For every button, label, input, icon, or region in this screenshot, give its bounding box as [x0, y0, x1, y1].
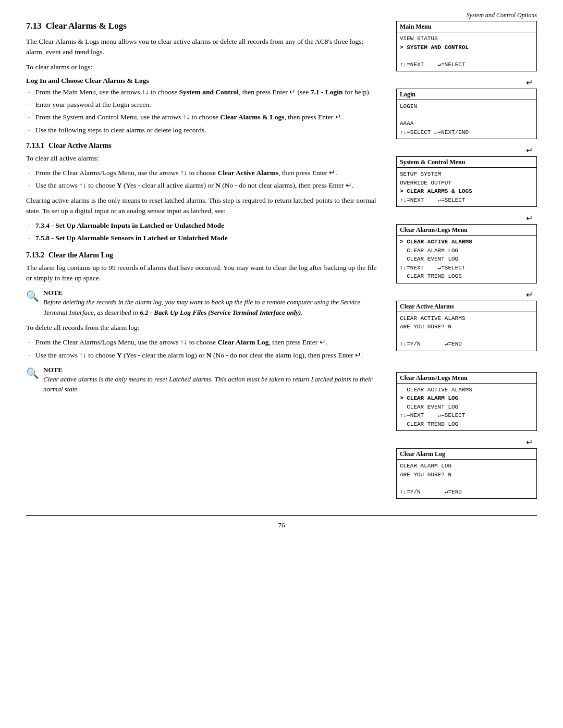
right-column: Main Menu VIEW STATUS > SYSTEM AND CONTR… — [396, 21, 537, 505]
panel-system-control: System & Control Menu SETUP SYSTEM OVERR… — [396, 156, 537, 207]
panel-line: ↑↓=NEXT ↵=SELECT — [400, 196, 533, 205]
panel-line: OVERRIDE OUTPUT — [400, 179, 533, 188]
panel-clear-active-alarms-title: Clear Active Alarms — [397, 301, 536, 312]
list-item: From the Main Menu, use the arrows ↑↓ to… — [26, 87, 381, 97]
page-header: System and Control Options — [467, 11, 537, 19]
list-item: 7.5.8 - Set Up Alarmable Sensors in Latc… — [26, 233, 381, 243]
panel-clear-alarm-log-title: Clear Alarm Log — [397, 449, 536, 460]
panel-clear-alarms-logs-1-body: > CLEAR ACTIVE ALARMS CLEAR ALARM LOG CL… — [397, 236, 536, 283]
list-item: Enter your password at the Login screen. — [26, 100, 381, 110]
left-column: 7.13 Clear Alarms & Logs The Clear Alarm… — [26, 21, 381, 505]
panel-line: LOGIN — [400, 102, 533, 111]
list-item: Use the arrows ↑↓ to choose Y (Yes - cle… — [26, 350, 381, 361]
section-7132-title: 7.13.2 Clear the Alarm Log — [26, 251, 381, 263]
panel-line: > CLEAR ALARM LOG — [400, 394, 533, 403]
list-item: From the System and Control Menu, use th… — [26, 112, 381, 122]
panel-line: ARE YOU SURE? N — [400, 471, 533, 479]
log-in-list: From the Main Menu, use the arrows ↑↓ to… — [26, 87, 381, 135]
note2-text: Clear active alarms is the only means to… — [43, 375, 373, 393]
section-7-13-title: 7.13 Clear Alarms & Logs — [26, 21, 381, 36]
panel-line: CLEAR TREND LOGS — [400, 272, 533, 281]
panel-clear-alarm-log-body: CLEAR ALARM LOG ARE YOU SURE? N ↑↓=Y/N ↵… — [397, 460, 536, 498]
panel-system-control-title: System & Control Menu — [397, 157, 536, 168]
panel-clear-alarms-logs-1-title: Clear Alarms/Logs Menu — [397, 225, 536, 236]
section-7131-title: 7.13.1 Clear Active Alarms — [26, 142, 381, 153]
panel-line: ↑↓=NEXT ↵=SELECT — [400, 411, 533, 420]
list-item: From the Clear Alarms/Logs Menu, use the… — [26, 337, 381, 348]
panel-clear-alarms-logs-2-body: CLEAR ACTIVE ALARMS > CLEAR ALARM LOG CL… — [397, 384, 536, 431]
panel-clear-active-alarms: Clear Active Alarms CLEAR ACTIVE ALARMS … — [396, 301, 537, 351]
log-in-heading: Log In and Choose Clear Alarms & Logs — [26, 77, 381, 85]
panel-login: Login LOGIN AAAA ↑↓=SELECT ↵=NEXT/END — [396, 89, 537, 139]
page-divider — [26, 515, 537, 516]
panel-line: CLEAR ALARM LOG — [400, 462, 533, 471]
note-content-2: NOTE Clear active alarms is the only mea… — [43, 366, 381, 394]
panel-line: CLEAR ACTIVE ALARMS — [400, 386, 533, 394]
panel-line — [400, 331, 533, 340]
panel-clear-alarms-logs-2: Clear Alarms/Logs Menu CLEAR ACTIVE ALAR… — [396, 372, 537, 431]
panel-line: SETUP SYSTEM — [400, 170, 533, 179]
panel-main-menu-title: Main Menu — [397, 21, 536, 32]
panel-line: CLEAR EVENT LOG — [400, 403, 533, 412]
enter-arrow-1: ↵ — [396, 78, 533, 88]
list-item: From the Clear Alarms/Logs Menu, use the… — [26, 168, 381, 178]
panel-line: ↑↓=SELECT ↵=NEXT/END — [400, 128, 533, 137]
enter-arrow-4: ↵ — [396, 290, 533, 300]
section-7131-note: Clearing active alarms is the only means… — [26, 195, 381, 217]
enter-arrow-2: ↵ — [396, 145, 533, 155]
note-content-1: NOTE Before deleting the records in the … — [43, 289, 381, 317]
note-icon-2: 🔍 — [26, 367, 39, 394]
panel-clear-alarms-logs-1: Clear Alarms/Logs Menu > CLEAR ACTIVE AL… — [396, 224, 537, 283]
panel-line — [400, 479, 533, 488]
panel-clear-active-alarms-body: CLEAR ACTIVE ALARMS ARE YOU SURE? N ↑↓=Y… — [397, 312, 536, 351]
page: System and Control Options 7.13 Clear Al… — [0, 0, 563, 728]
panel-clear-alarms-logs-2-title: Clear Alarms/Logs Menu — [397, 373, 536, 384]
panel-line: CLEAR EVENT LOG — [400, 255, 533, 264]
panel-line — [400, 111, 533, 120]
panel-line: CLEAR TREND LOG — [400, 420, 533, 429]
enter-arrow-5: ↵ — [396, 437, 533, 447]
panel-line: ARE YOU SURE? N — [400, 323, 533, 331]
note-box-1: 🔍 NOTE Before deleting the records in th… — [26, 289, 381, 317]
panel-line: ↑↓=Y/N ↵=END — [400, 488, 533, 497]
to-clear-text: To clear alarms or logs: — [26, 62, 381, 72]
list-item: Use the following steps to clear alarms … — [26, 125, 381, 135]
panel-line: CLEAR ALARM LOG — [400, 246, 533, 255]
panel-line — [400, 52, 533, 60]
panel-main-menu: Main Menu VIEW STATUS > SYSTEM AND CONTR… — [396, 21, 537, 71]
panel-line: ↑↓=Y/N ↵=END — [400, 340, 533, 349]
panel-login-body: LOGIN AAAA ↑↓=SELECT ↵=NEXT/END — [397, 100, 536, 139]
panel-line: > SYSTEM AND CONTROL — [400, 43, 533, 52]
to-delete-text: To delete all records from the alarm log… — [26, 323, 381, 333]
section-7131-sub-list: 7.3.4 - Set Up Alarmable Inputs in Latch… — [26, 220, 381, 244]
panel-line: CLEAR ACTIVE ALARMS — [400, 314, 533, 323]
note1-text: Before deleting the records in the alarm… — [43, 298, 361, 316]
note-box-2: 🔍 NOTE Clear active alarms is the only m… — [26, 366, 381, 394]
panel-line: VIEW STATUS — [400, 34, 533, 43]
list-item: Use the arrows ↑↓ to choose Y (Yes - cle… — [26, 180, 381, 191]
section-7131-intro: To clear all active alarms: — [26, 153, 381, 164]
panel-system-control-body: SETUP SYSTEM OVERRIDE OUTPUT > CLEAR ALA… — [397, 168, 536, 206]
panel-line: ↑↓=NEXT ↵=SELECT — [400, 60, 533, 69]
panel-clear-alarm-log: Clear Alarm Log CLEAR ALARM LOG ARE YOU … — [396, 448, 537, 499]
panel-login-title: Login — [397, 89, 536, 100]
section-7132-list: From the Clear Alarms/Logs Menu, use the… — [26, 337, 381, 361]
enter-arrow-3: ↵ — [396, 213, 533, 223]
panel-line: ↑↓=NEXT ↵=SELECT — [400, 264, 533, 273]
panel-main-menu-body: VIEW STATUS > SYSTEM AND CONTROL ↑↓=NEXT… — [397, 32, 536, 71]
page-number: 76 — [26, 521, 537, 529]
section-7132-intro: The alarm log contains up to 99 records … — [26, 263, 381, 284]
intro-text: The Clear Alarms & Logs menu allows you … — [26, 36, 381, 58]
section-7131-list: From the Clear Alarms/Logs Menu, use the… — [26, 168, 381, 191]
panel-line: > CLEAR ACTIVE ALARMS — [400, 238, 533, 246]
note-icon-1: 🔍 — [26, 290, 39, 317]
panel-line: AAAA — [400, 119, 533, 128]
list-item: 7.3.4 - Set Up Alarmable Inputs in Latch… — [26, 220, 381, 231]
panel-line: > CLEAR ALARMS & LOGS — [400, 187, 533, 196]
